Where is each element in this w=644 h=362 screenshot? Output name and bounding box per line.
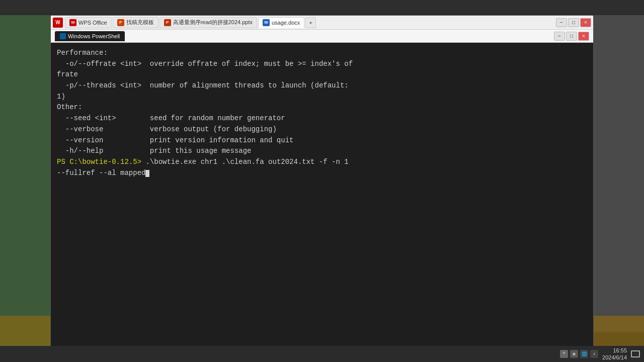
tab-label-word: usage.docx [272,20,300,26]
taskbar-right: ^ ⊞ 🌐 ♪ 16:55 2024/6/14 [560,347,640,361]
tab-label-wps: WPS Office [78,20,107,26]
terminal: Performance: -o/--offrate <int> override… [51,43,593,345]
taskbar-icon-2: ⊞ [570,350,578,358]
taskbar-system-icons: ^ ⊞ 🌐 ♪ [560,350,598,358]
taskbar-time-value: 16:55 [602,347,627,354]
wps-titlebar: W W WPS Office P 找稿充模板 P 高通量测序read的拼接202… [51,16,593,30]
ps-win-controls: − □ × [554,32,589,41]
ps-close-button[interactable]: × [578,32,589,41]
minimize-button[interactable]: − [556,18,567,27]
tab-icon-wps: W [69,19,76,26]
tab-template[interactable]: P 找稿充模板 [113,17,158,28]
maximize-button[interactable]: □ [568,18,579,27]
tab-wps-office[interactable]: W WPS Office [65,17,112,28]
taskbar-icon-globe: 🌐 [580,350,588,358]
wps-logo-icon: W [53,18,63,28]
tab-icon-template: P [117,19,124,26]
win-controls: − □ × [556,18,591,27]
taskbar-date-value: 2024/6/14 [602,354,627,361]
chalkboard-right [594,15,644,332]
prompt-line: PS C:\bowtie-0.12.5> [57,158,145,166]
ps-minimize-button[interactable]: − [554,32,565,41]
tab-label-pptx: 高通量测序read的拼接2024.pptx [173,19,253,26]
terminal-content: Performance: -o/--offrate <int> override… [57,48,587,178]
chalkboard-left [0,15,50,347]
taskbar-datetime: 16:55 2024/6/14 [602,347,627,361]
tab-label-template: 找稿充模板 [126,19,154,26]
ps-maximize-button[interactable]: □ [566,32,577,41]
cursor [145,170,149,177]
taskbar-icon-1: ^ [560,350,568,358]
tab-usage-docx[interactable]: W usage.docx [258,17,304,28]
taskbar: ^ ⊞ 🌐 ♪ 16:55 2024/6/14 [0,346,644,362]
close-button[interactable]: × [580,18,591,27]
line-performance: Performance: -o/--offrate <int> override… [57,49,353,155]
taskbar-screen-icon [631,350,640,357]
tab-icon-pptx: P [164,19,171,26]
ps-tab-label: Windows PowerShell [68,33,120,39]
tab-icon-word: W [263,19,270,26]
tab-pptx[interactable]: P 高通量测序read的拼接2024.pptx [159,17,257,28]
wps-tabs: W WPS Office P 找稿充模板 P 高通量测序read的拼接2024.… [65,17,554,28]
powershell-tab[interactable]: Windows PowerShell [55,31,125,41]
add-tab-button[interactable]: + [305,17,315,28]
ps-titlebar: Windows PowerShell − □ × [51,30,593,43]
main-window: W W WPS Office P 找稿充模板 P 高通量测序read的拼接202… [50,15,594,347]
ps-icon [60,33,66,39]
taskbar-icon-sound: ♪ [590,350,598,358]
